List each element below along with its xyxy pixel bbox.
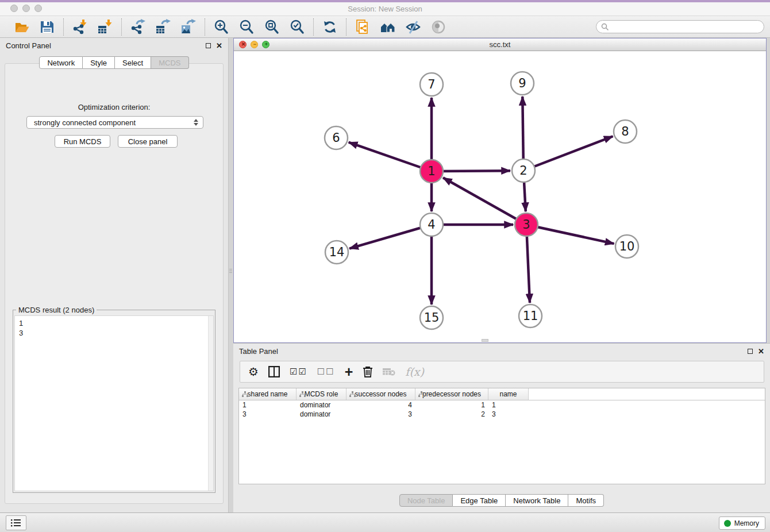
graph-node-2[interactable]: 2: [512, 159, 535, 182]
svg-text:11: 11: [523, 309, 538, 323]
table-panel-tabs: Node TableEdge TableNetwork TableMotifs: [233, 494, 770, 507]
table-row[interactable]: 1dominator411: [239, 400, 765, 410]
svg-text:6: 6: [332, 131, 340, 145]
select-all-columns-icon[interactable]: ☑☑: [290, 363, 307, 380]
table-cell: 1: [415, 400, 488, 410]
tab-node-table[interactable]: Node Table: [399, 494, 453, 507]
export-table-icon[interactable]: [155, 18, 172, 36]
svg-text:8: 8: [621, 125, 629, 138]
svg-text:1: 1: [428, 164, 435, 178]
import-table-icon[interactable]: [97, 18, 114, 36]
tab-network[interactable]: Network: [39, 56, 83, 69]
graph-edge-3-1[interactable]: [443, 178, 526, 225]
network-scroll-grip[interactable]: [482, 339, 488, 342]
main-toolbar: [0, 16, 770, 38]
delete-column-icon[interactable]: [363, 363, 373, 380]
control-panel-tabs: NetworkStyleSelectMCDS: [0, 56, 228, 69]
memory-label: Memory: [734, 519, 759, 527]
column-header-shared-name[interactable]: shared name: [239, 388, 297, 400]
column-header-name[interactable]: name: [488, 388, 529, 400]
mcds-result-group: MCDS result (2 nodes) 1 3: [13, 310, 215, 493]
table-cell: 1: [488, 400, 529, 410]
network-window-titlebar[interactable]: ✕ − + scc.txt: [234, 38, 766, 51]
column-header-successor-nodes[interactable]: successor nodes: [346, 388, 415, 400]
zoom-selected-icon[interactable]: [288, 18, 306, 36]
titlebar-accent: [0, 0, 770, 2]
graph-node-3[interactable]: 3: [515, 213, 538, 236]
delete-table-icon[interactable]: [383, 363, 395, 380]
shared-column-icon: [242, 391, 248, 398]
network-view-window: ✕ − + scc.txt 7968124314101511: [233, 38, 767, 343]
graph-node-4[interactable]: 4: [420, 213, 443, 236]
open-file-icon[interactable]: [13, 18, 30, 36]
table-cell: 2: [415, 410, 488, 419]
float-panel-icon[interactable]: [206, 43, 211, 48]
show-all-icon[interactable]: [430, 18, 447, 36]
export-network-icon[interactable]: [129, 18, 147, 36]
run-mcds-button[interactable]: Run MCDS: [55, 135, 110, 148]
create-column-icon[interactable]: +: [345, 363, 353, 380]
close-panel-icon[interactable]: ✕: [216, 42, 222, 49]
show-columns-icon[interactable]: [268, 363, 280, 380]
graph-node-6[interactable]: 6: [325, 126, 348, 149]
graph-edge-3-10[interactable]: [526, 225, 614, 244]
first-neighbors-icon[interactable]: [379, 18, 396, 36]
graph-node-7[interactable]: 7: [420, 73, 443, 96]
save-session-icon[interactable]: [38, 18, 56, 36]
control-panel: Control Panel ✕ NetworkStyleSelectMCDS O…: [0, 38, 229, 512]
graph-edge-1-6[interactable]: [349, 142, 432, 171]
result-scrollbar[interactable]: [208, 316, 213, 491]
optimization-criterion-value: strongly connected component: [34, 118, 136, 127]
table-panel: Table Panel ✕ ⚙ ☑☑ ☐☐ + f(x) shared name…: [233, 343, 770, 512]
graph-node-14[interactable]: 14: [325, 241, 348, 264]
splitter-grip[interactable]: [229, 263, 233, 278]
mcds-result-text: 1 3: [15, 316, 213, 340]
export-image-icon[interactable]: [180, 18, 197, 36]
optimization-criterion-select[interactable]: strongly connected component: [26, 116, 203, 129]
node-table-body: 1dominator4113dominator323: [239, 400, 765, 419]
memory-status-icon: [724, 520, 731, 527]
hide-selected-icon[interactable]: [405, 18, 422, 36]
network-canvas[interactable]: 7968124314101511: [234, 51, 766, 342]
graph-node-10[interactable]: 10: [615, 235, 638, 258]
tab-style[interactable]: Style: [83, 56, 115, 69]
memory-button[interactable]: Memory: [719, 516, 765, 530]
table-options-gear-icon[interactable]: ⚙: [248, 363, 259, 380]
graph-node-11[interactable]: 11: [519, 304, 542, 327]
deselect-all-columns-icon[interactable]: ☐☐: [317, 363, 335, 380]
graph-node-8[interactable]: 8: [614, 120, 637, 143]
column-header-predecessor-nodes[interactable]: predecessor nodes: [415, 388, 488, 400]
table-row[interactable]: 3dominator323: [239, 410, 765, 419]
network-window-title: scc.txt: [234, 40, 766, 49]
refresh-icon[interactable]: [321, 18, 338, 36]
close-panel-button[interactable]: Close panel: [118, 135, 178, 148]
mcds-result-box[interactable]: 1 3: [14, 315, 214, 491]
tab-edge-table[interactable]: Edge Table: [453, 494, 506, 507]
new-network-from-file-icon[interactable]: [354, 18, 371, 36]
graph-node-15[interactable]: 15: [420, 306, 443, 329]
graph-node-1[interactable]: 1: [420, 160, 443, 183]
zoom-fit-icon[interactable]: [263, 18, 280, 36]
table-cell: 3: [488, 410, 529, 419]
list-icon: [11, 519, 21, 527]
tab-mcds[interactable]: MCDS: [151, 56, 188, 69]
zoom-in-icon[interactable]: [213, 18, 230, 36]
tab-motifs[interactable]: Motifs: [568, 494, 604, 507]
zoom-out-icon[interactable]: [238, 18, 255, 36]
float-table-panel-icon[interactable]: [748, 349, 753, 354]
function-builder-icon[interactable]: f(x): [405, 363, 424, 380]
search-input[interactable]: [596, 20, 764, 33]
table-toolbar: ⚙ ☑☑ ☐☐ + f(x): [240, 361, 764, 383]
column-header-MCDS-role[interactable]: MCDS role: [297, 388, 346, 400]
svg-text:10: 10: [619, 240, 635, 253]
import-network-icon[interactable]: [71, 18, 88, 36]
graph-edge-4-14[interactable]: [349, 225, 432, 249]
tab-select[interactable]: Select: [115, 56, 151, 69]
close-table-panel-icon[interactable]: ✕: [758, 348, 764, 355]
graph-edge-2-8[interactable]: [523, 136, 613, 171]
node-table[interactable]: shared nameMCDS rolesuccessor nodesprede…: [238, 388, 765, 484]
task-history-button[interactable]: [6, 515, 26, 530]
graph-node-9[interactable]: 9: [511, 72, 534, 95]
tab-network-table[interactable]: Network Table: [506, 494, 568, 507]
svg-text:7: 7: [428, 78, 435, 91]
